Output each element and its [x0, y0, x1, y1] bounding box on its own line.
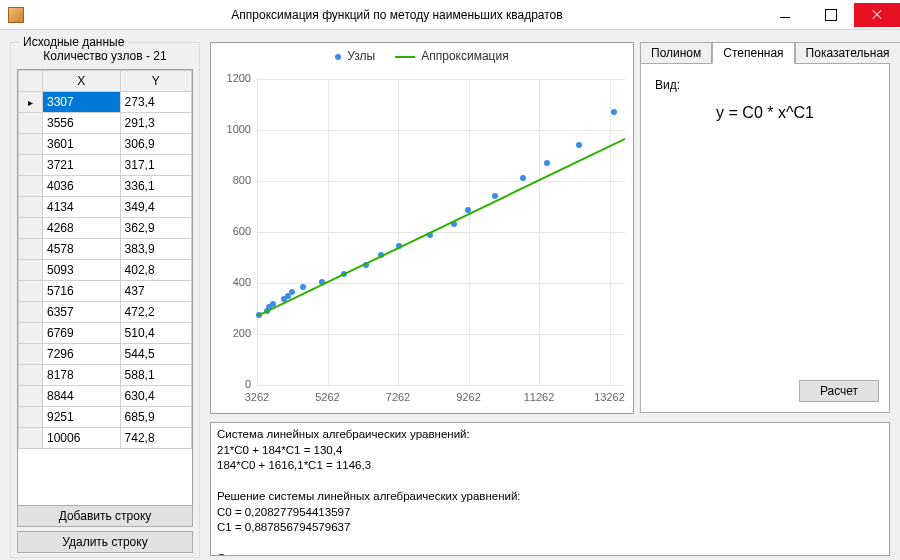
cell-x[interactable]: 9251 [43, 407, 121, 428]
cell-y[interactable]: 336,1 [120, 176, 191, 197]
row-header[interactable] [19, 428, 43, 449]
table-row[interactable]: 10006 742,8 [19, 428, 192, 449]
data-point [576, 142, 582, 148]
row-header[interactable] [19, 239, 43, 260]
table-row[interactable]: 4134 349,4 [19, 197, 192, 218]
cell-y[interactable]: 317,1 [120, 155, 191, 176]
cell-x[interactable]: 6357 [43, 302, 121, 323]
row-header[interactable] [19, 407, 43, 428]
output-textbox[interactable]: Система линейных алгебраических уравнени… [210, 422, 890, 556]
cell-x[interactable]: 4578 [43, 239, 121, 260]
cell-y[interactable]: 306,9 [120, 134, 191, 155]
row-header[interactable] [19, 218, 43, 239]
cell-x[interactable]: 7296 [43, 344, 121, 365]
table-row[interactable]: 3601 306,9 [19, 134, 192, 155]
row-header[interactable] [19, 134, 43, 155]
data-point [492, 193, 498, 199]
col-header-x[interactable]: X [43, 71, 121, 92]
app-icon [8, 7, 24, 23]
row-header[interactable] [19, 323, 43, 344]
table-row[interactable]: 4036 336,1 [19, 176, 192, 197]
data-grid[interactable]: X Y 3307 273,4 3556 291,3 3601 306,9 372… [17, 69, 193, 507]
cell-x[interactable]: 6769 [43, 323, 121, 344]
row-header[interactable] [19, 176, 43, 197]
row-header[interactable] [19, 302, 43, 323]
cell-y[interactable]: 291,3 [120, 113, 191, 134]
chart-area: Узлы Аппроксимация 020040060080010001200… [210, 42, 634, 414]
row-header[interactable] [19, 197, 43, 218]
cell-y[interactable]: 544,5 [120, 344, 191, 365]
cell-x[interactable]: 3307 [43, 92, 121, 113]
cell-x[interactable]: 4134 [43, 197, 121, 218]
add-row-button[interactable]: Добавить строку [17, 505, 193, 527]
table-row[interactable]: 9251 685,9 [19, 407, 192, 428]
cell-y[interactable]: 472,2 [120, 302, 191, 323]
data-point [544, 160, 550, 166]
chart-legend: Узлы Аппроксимация [211, 43, 633, 69]
title-bar: Аппроксимация функций по методу наименьш… [0, 0, 900, 30]
cell-x[interactable]: 10006 [43, 428, 121, 449]
cell-y[interactable]: 383,9 [120, 239, 191, 260]
legend-nodes: Узлы [335, 49, 375, 63]
cell-x[interactable]: 3556 [43, 113, 121, 134]
row-header[interactable] [19, 155, 43, 176]
row-header[interactable] [19, 281, 43, 302]
table-row[interactable]: 4578 383,9 [19, 239, 192, 260]
table-row[interactable]: 3556 291,3 [19, 113, 192, 134]
source-data-groupbox: Исходные данные Количество узлов - 21 X … [10, 42, 200, 558]
cell-y[interactable]: 349,4 [120, 197, 191, 218]
approx-line [257, 138, 626, 317]
cell-y[interactable]: 510,4 [120, 323, 191, 344]
cell-x[interactable]: 8178 [43, 365, 121, 386]
tab-polynomial[interactable]: Полином [640, 42, 712, 64]
table-row[interactable]: 5093 402,8 [19, 260, 192, 281]
tab-exponential[interactable]: Показательная [795, 42, 900, 64]
formula-label: Вид: [655, 78, 680, 92]
tab-body: Вид: y = C0 * x^C1 Расчет [640, 63, 890, 413]
formula-text: y = C0 * x^C1 [641, 104, 889, 122]
tab-power[interactable]: Степенная [712, 42, 794, 64]
cell-y[interactable]: 362,9 [120, 218, 191, 239]
cell-y[interactable]: 630,4 [120, 386, 191, 407]
table-row[interactable]: 6357 472,2 [19, 302, 192, 323]
row-header[interactable] [19, 386, 43, 407]
table-row[interactable]: 8844 630,4 [19, 386, 192, 407]
cell-x[interactable]: 3721 [43, 155, 121, 176]
close-button[interactable] [854, 3, 900, 27]
calculate-button[interactable]: Расчет [799, 380, 879, 402]
table-row[interactable]: 7296 544,5 [19, 344, 192, 365]
cell-x[interactable]: 5716 [43, 281, 121, 302]
cell-y[interactable]: 273,4 [120, 92, 191, 113]
nodes-count-label: Количество узлов - 21 [11, 49, 199, 63]
table-row[interactable]: 3721 317,1 [19, 155, 192, 176]
table-row[interactable]: 6769 510,4 [19, 323, 192, 344]
cell-x[interactable]: 4036 [43, 176, 121, 197]
cell-x[interactable]: 8844 [43, 386, 121, 407]
legend-approx: Аппроксимация [395, 49, 508, 63]
cell-x[interactable]: 4268 [43, 218, 121, 239]
maximize-button[interactable] [808, 3, 854, 27]
row-header[interactable] [19, 92, 43, 113]
table-row[interactable]: 5716 437 [19, 281, 192, 302]
table-row[interactable]: 3307 273,4 [19, 92, 192, 113]
row-header[interactable] [19, 113, 43, 134]
delete-row-button[interactable]: Удалить строку [17, 531, 193, 553]
row-header[interactable] [19, 344, 43, 365]
row-header[interactable] [19, 260, 43, 281]
table-row[interactable]: 8178 588,1 [19, 365, 192, 386]
cell-y[interactable]: 742,8 [120, 428, 191, 449]
cell-y[interactable]: 588,1 [120, 365, 191, 386]
row-header[interactable] [19, 365, 43, 386]
minimize-button[interactable] [762, 3, 808, 27]
table-row[interactable]: 4268 362,9 [19, 218, 192, 239]
col-header-y[interactable]: Y [120, 71, 191, 92]
data-point [300, 284, 306, 290]
cell-x[interactable]: 3601 [43, 134, 121, 155]
cell-y[interactable]: 685,9 [120, 407, 191, 428]
cell-x[interactable]: 5093 [43, 260, 121, 281]
data-point [289, 289, 295, 295]
approx-type-panel: Полином Степенная Показательная Вид: y =… [640, 42, 890, 414]
cell-y[interactable]: 437 [120, 281, 191, 302]
window-title: Аппроксимация функций по методу наименьш… [32, 8, 762, 22]
cell-y[interactable]: 402,8 [120, 260, 191, 281]
